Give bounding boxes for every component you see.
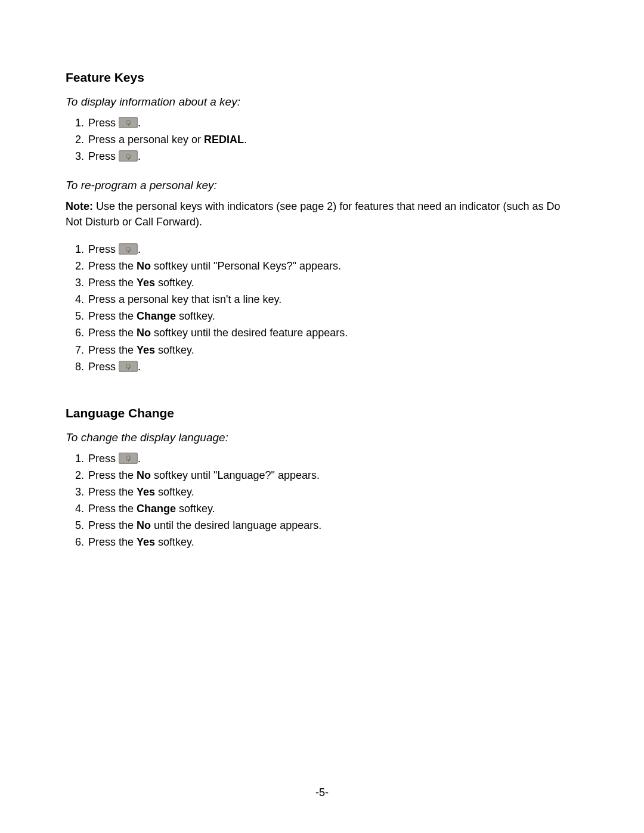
intro-reprogram: To re-program a personal key: [66, 177, 575, 194]
list-item: Press . [87, 241, 575, 257]
superkey-icon [119, 150, 138, 162]
bold-no: No [137, 469, 151, 481]
bold-change: Change [137, 310, 176, 322]
step-text: Press the [88, 310, 137, 322]
note-label: Note: [66, 200, 93, 212]
superkey-icon [119, 117, 138, 128]
list-item: Press the Change softkey. [87, 308, 575, 324]
step-text: softkey. [176, 310, 215, 322]
list-item: Press . [87, 359, 575, 374]
list-item: Press the Yes softkey. [87, 275, 575, 290]
step-text: Press [88, 361, 119, 373]
step-text: Press [88, 243, 119, 255]
intro-language: To change the display language: [66, 429, 575, 446]
list-item: Press the Yes softkey. [87, 484, 575, 500]
bold-no: No [137, 519, 151, 531]
step-text: softkey until the desired feature appear… [151, 327, 348, 339]
step-text: . [138, 117, 141, 129]
step-text: softkey. [155, 277, 194, 289]
intro-display-info: To display information about a key: [66, 94, 575, 110]
step-text: . [138, 150, 141, 162]
list-item: Press the Yes softkey. [87, 342, 575, 358]
step-text: Press the [88, 344, 137, 356]
list-item: Press the Change softkey. [87, 501, 575, 516]
step-text: Press the [88, 536, 137, 548]
page: Feature Keys To display information abou… [0, 0, 644, 833]
step-text: Press a personal key or [88, 134, 204, 145]
step-text: Press [88, 453, 119, 465]
bold-no: No [137, 260, 151, 272]
bold-yes: Yes [137, 486, 155, 498]
step-text: . [244, 134, 247, 145]
superkey-icon [119, 361, 138, 372]
step-text: softkey. [155, 344, 194, 356]
bold-change: Change [137, 503, 176, 515]
superkey-icon [119, 243, 138, 255]
step-text: Press the [88, 486, 137, 498]
step-text: softkey until "Language?" appears. [151, 469, 320, 481]
bold-redial: REDIAL [204, 134, 244, 145]
list-item: Press the No softkey until "Language?" a… [87, 467, 575, 483]
bold-yes: Yes [137, 536, 155, 548]
step-text: softkey. [176, 503, 215, 515]
bold-no: No [137, 327, 151, 339]
step-text: . [138, 361, 141, 373]
step-text: . [138, 243, 141, 255]
superkey-icon [119, 453, 138, 464]
list-item: Press the No until the desired language … [87, 518, 575, 533]
list-item: Press the No softkey until "Personal Key… [87, 258, 575, 274]
step-text: softkey. [155, 536, 194, 548]
note-text: Use the personal keys with indicators (s… [66, 200, 560, 228]
heading-feature-keys: Feature Keys [66, 69, 575, 86]
step-text: softkey. [155, 486, 194, 498]
list-item: Press the No softkey until the desired f… [87, 325, 575, 340]
list-item: Press . [87, 115, 575, 131]
list-display-info: Press . Press a personal key or REDIAL. … [66, 115, 575, 164]
step-text: Press the [88, 327, 137, 339]
step-text: Press [88, 117, 119, 129]
step-text: Press the [88, 469, 137, 481]
list-item: Press . [87, 451, 575, 466]
bold-yes: Yes [137, 344, 155, 356]
list-language: Press . Press the No softkey until "Lang… [66, 451, 575, 550]
step-text: until the desired language appears. [151, 519, 321, 531]
step-text: Press the [88, 519, 137, 531]
list-item: Press a personal key that isn't a line k… [87, 292, 575, 307]
step-text: Press the [88, 260, 137, 272]
list-reprogram: Press . Press the No softkey until "Pers… [66, 241, 575, 374]
bold-yes: Yes [137, 277, 155, 289]
heading-language-change: Language Change [66, 404, 575, 422]
step-text: Press the [88, 277, 137, 289]
list-item: Press the Yes softkey. [87, 534, 575, 550]
list-item: Press . [87, 148, 575, 164]
step-text: softkey until "Personal Keys?" appears. [151, 260, 341, 272]
note-paragraph: Note: Use the personal keys with indicat… [66, 199, 575, 230]
page-number: -5- [0, 785, 644, 800]
step-text: . [138, 453, 141, 465]
step-text: Press the [88, 503, 137, 515]
list-item: Press a personal key or REDIAL. [87, 132, 575, 147]
step-text: Press [88, 150, 119, 162]
